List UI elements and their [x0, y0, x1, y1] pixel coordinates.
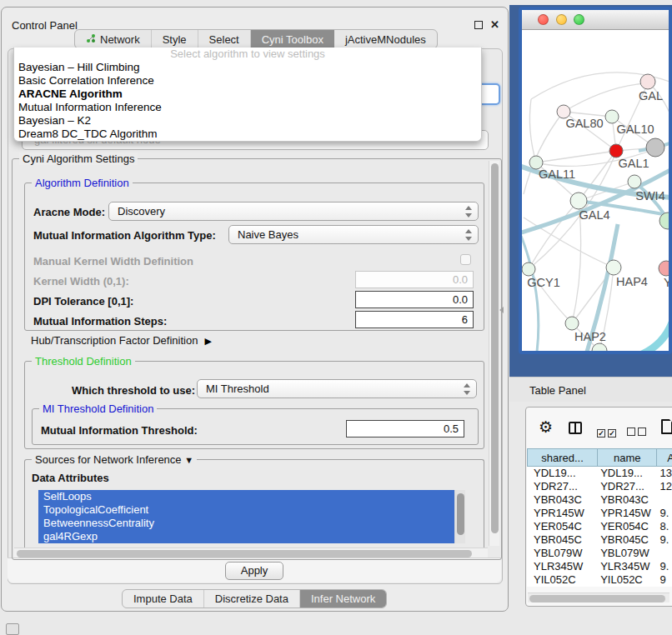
table-row[interactable]: YBR045C YBR045C 9.: [527, 533, 672, 547]
cell-name: YBL079W: [597, 547, 656, 560]
network-node[interactable]: [606, 260, 621, 275]
mi-algorithm-type-select[interactable]: Naive Bayes: [228, 225, 479, 244]
column-header[interactable]: name: [597, 448, 656, 467]
network-node[interactable]: [570, 192, 587, 209]
table-row[interactable]: YDR27... YDR27... 12: [527, 480, 672, 493]
columns-icon[interactable]: [569, 422, 582, 434]
hub-section-toggle[interactable]: Hub/Transcription Factor Definition▶: [31, 334, 212, 347]
cell-shared-name: YDL19...: [527, 467, 597, 480]
float-window-icon[interactable]: [474, 21, 483, 29]
mi-threshold-group-title: MI Threshold Definition: [39, 402, 157, 415]
network-node[interactable]: [646, 138, 664, 157]
cell-value: 9: [656, 573, 672, 587]
algorithm-option[interactable]: Bayesian – Hill Climbing: [14, 61, 481, 74]
table-row[interactable]: YBL079W YBL079W: [527, 547, 672, 560]
tab-jactivemnodules[interactable]: jActiveMNodules: [334, 30, 437, 48]
which-threshold-select[interactable]: MI Threshold: [197, 379, 477, 398]
algorithm-option-selected[interactable]: ARACNE Algorithm: [14, 88, 481, 101]
column-header[interactable]: A: [656, 448, 672, 467]
algorithm-option[interactable]: Bayesian – K2: [14, 114, 481, 128]
stepper-icon: [464, 229, 472, 241]
mi-steps-label: Mutual Information Steps:: [33, 315, 167, 328]
sources-title-label: Sources for Network Inference: [35, 453, 182, 466]
network-icon: [86, 33, 96, 46]
settings-horizontal-scrollbar[interactable]: [14, 548, 488, 558]
cell-value: 12: [656, 480, 672, 493]
mac-zoom-icon[interactable]: [574, 14, 584, 25]
cell-value: [656, 547, 672, 560]
network-canvas[interactable]: GAL GAL80 GAL10 GAL1 GAL11 SWI4 GAL4 GCY…: [522, 30, 669, 351]
cell-shared-name: YDR27...: [527, 480, 597, 493]
table-panel-titlebar: Table Panel: [509, 377, 672, 402]
table-row[interactable]: YDL19... YDL19... 13: [527, 467, 672, 480]
network-node[interactable]: [659, 261, 669, 276]
export-table-icon[interactable]: [661, 419, 672, 434]
network-node[interactable]: [592, 343, 607, 351]
which-threshold-label: Which threshold to use:: [72, 384, 195, 397]
tab-network[interactable]: Network: [75, 30, 152, 48]
tab-impute-data[interactable]: Impute Data: [123, 590, 204, 608]
mi-threshold-group: MI Threshold Definition Mutual Informati…: [32, 408, 479, 445]
collapsed-arrow-icon: ▶: [204, 336, 211, 347]
attribute-item-selected[interactable]: TopologicalCoefficient: [38, 503, 465, 517]
attribute-item-selected[interactable]: gal4RGexp: [38, 530, 465, 543]
table-row[interactable]: YIL052C YIL052C 9: [527, 573, 672, 587]
network-node[interactable]: [605, 110, 619, 123]
manual-kernel-width-checkbox[interactable]: [460, 254, 471, 265]
table-row[interactable]: YER054C YER054C 8.: [527, 520, 672, 533]
sources-group: Sources for Network Inference ▼ Data Att…: [24, 459, 484, 552]
dpi-tolerance-field[interactable]: 0.0: [355, 291, 474, 308]
column-header[interactable]: shared...: [527, 448, 597, 467]
table-body: YDL19... YDL19... 13 YDR27... YDR27... 1…: [527, 467, 672, 592]
mi-threshold-field[interactable]: 0.5: [346, 420, 464, 438]
which-threshold-value: MI Threshold: [206, 382, 269, 395]
unselect-all-columns-icon[interactable]: [627, 424, 649, 439]
network-view-window[interactable]: GAL GAL80 GAL10 GAL1 GAL11 SWI4 GAL4 GCY…: [519, 7, 672, 354]
table-row[interactable]: YLR345W YLR345W 9.: [527, 560, 672, 573]
close-window-icon[interactable]: ✕: [490, 18, 499, 31]
select-all-columns-icon[interactable]: ✓✓: [597, 424, 619, 439]
tab-infer-network-label: Infer Network: [311, 592, 375, 605]
attribute-item-selected[interactable]: SelfLoops: [38, 490, 465, 503]
network-node-labels: GAL GAL80 GAL10 GAL1 GAL11 SWI4 GAL4 GCY…: [527, 89, 669, 343]
cell-value: 9.: [656, 560, 672, 573]
algorithm-option[interactable]: Mutual Information Inference: [14, 101, 481, 114]
kernel-width-field[interactable]: 0.0: [355, 271, 474, 288]
tab-cyni-toolbox[interactable]: Cyni Toolbox: [251, 30, 334, 48]
apply-button[interactable]: Apply: [225, 562, 283, 580]
algorithm-option[interactable]: Basic Correlation Inference: [14, 74, 481, 88]
network-node[interactable]: [640, 74, 655, 89]
node-label: SWI4: [635, 189, 664, 202]
aracne-mode-select[interactable]: Discovery: [108, 202, 479, 221]
list-scrollbar[interactable]: [454, 490, 465, 543]
network-node[interactable]: [628, 175, 641, 188]
table-row[interactable]: YBR043C YBR043C: [527, 493, 672, 507]
network-node[interactable]: [565, 317, 579, 330]
sources-group-title[interactable]: Sources for Network Inference ▼: [32, 453, 197, 466]
gear-icon[interactable]: ⚙: [539, 420, 553, 435]
tab-infer-network[interactable]: Infer Network: [300, 590, 386, 608]
attribute-item-selected[interactable]: BetweennessCentrality: [38, 517, 465, 530]
tab-discretize-data[interactable]: Discretize Data: [204, 590, 300, 608]
network-node[interactable]: [522, 262, 535, 276]
tab-discretize-data-label: Discretize Data: [215, 592, 288, 605]
dock-panel-icon[interactable]: [6, 623, 19, 635]
mac-minimize-icon[interactable]: [556, 14, 567, 25]
settings-vertical-scrollbar[interactable]: [489, 161, 499, 546]
cyni-algorithm-settings-group: Cyni Algorithm Settings Algorithm Defini…: [12, 158, 502, 560]
kernel-width-label: Kernel Width (0,1):: [33, 275, 129, 288]
stepper-icon: [464, 206, 472, 218]
tab-network-label: Network: [100, 33, 140, 46]
table-row[interactable]: YPR145W YPR145W 9.: [527, 507, 672, 520]
algorithm-option[interactable]: Dream8 DC_TDC Algorithm: [14, 128, 481, 141]
tab-select[interactable]: Select: [198, 30, 251, 48]
mac-close-icon[interactable]: [538, 14, 549, 25]
data-attributes-list[interactable]: SelfLoops TopologicalCoefficient Between…: [38, 490, 465, 543]
manual-kernel-width-label: Manual Kernel Width Definition: [33, 255, 193, 268]
control-panel-tabbar: Network Style Select Cyni Toolbox jActiv…: [74, 29, 438, 49]
tab-style[interactable]: Style: [152, 30, 198, 48]
network-node[interactable]: [609, 144, 623, 158]
network-window-titlebar[interactable]: [522, 10, 669, 30]
mi-steps-field[interactable]: 6: [355, 311, 474, 328]
table-horizontal-scrollbar[interactable]: [528, 592, 669, 602]
